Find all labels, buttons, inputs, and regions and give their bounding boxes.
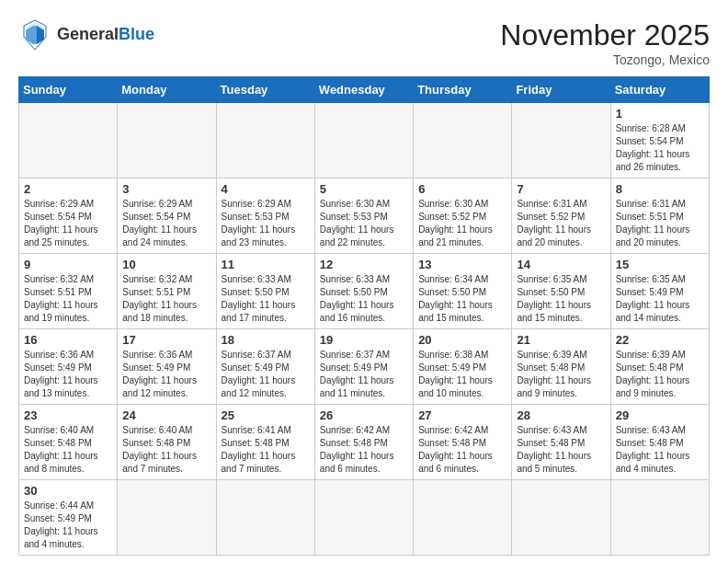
logo: GeneralBlue	[18, 18, 154, 52]
day-number: 1	[616, 107, 704, 121]
weekday-header-thursday: Thursday	[414, 77, 512, 103]
day-content: Sunrise: 6:32 AM Sunset: 5:51 PM Dayligh…	[122, 273, 210, 325]
day-content: Sunrise: 6:35 AM Sunset: 5:49 PM Dayligh…	[616, 273, 704, 325]
calendar-cell: 2Sunrise: 6:29 AM Sunset: 5:54 PM Daylig…	[19, 178, 118, 254]
calendar-cell	[19, 103, 118, 178]
week-row-2: 2Sunrise: 6:29 AM Sunset: 5:54 PM Daylig…	[19, 178, 710, 254]
calendar-cell: 7Sunrise: 6:31 AM Sunset: 5:52 PM Daylig…	[512, 178, 610, 254]
day-number: 2	[24, 182, 112, 196]
day-number: 5	[320, 182, 408, 196]
day-content: Sunrise: 6:44 AM Sunset: 5:49 PM Dayligh…	[24, 500, 112, 551]
calendar-cell: 14Sunrise: 6:35 AM Sunset: 5:50 PM Dayli…	[512, 254, 610, 329]
calendar-cell	[314, 103, 413, 178]
calendar-cell: 1Sunrise: 6:28 AM Sunset: 5:54 PM Daylig…	[610, 103, 709, 178]
calendar-cell: 15Sunrise: 6:35 AM Sunset: 5:49 PM Dayli…	[610, 254, 709, 329]
day-number: 11	[222, 258, 310, 271]
calendar-cell	[512, 103, 610, 178]
title-block: November 2025 Tozongo, Mexico	[500, 18, 710, 67]
day-number: 8	[616, 182, 704, 196]
day-number: 16	[24, 333, 112, 347]
weekday-header-wednesday: Wednesday	[314, 77, 413, 103]
day-content: Sunrise: 6:40 AM Sunset: 5:48 PM Dayligh…	[122, 424, 210, 476]
calendar-cell	[216, 480, 314, 556]
day-number: 3	[122, 182, 210, 196]
day-number: 23	[24, 408, 112, 422]
calendar-cell: 3Sunrise: 6:29 AM Sunset: 5:54 PM Daylig…	[118, 178, 216, 254]
day-content: Sunrise: 6:36 AM Sunset: 5:49 PM Dayligh…	[122, 349, 210, 400]
day-content: Sunrise: 6:28 AM Sunset: 5:54 PM Dayligh…	[616, 122, 704, 174]
day-content: Sunrise: 6:43 AM Sunset: 5:48 PM Dayligh…	[616, 424, 704, 476]
day-content: Sunrise: 6:40 AM Sunset: 5:48 PM Dayligh…	[24, 424, 112, 476]
logo-icon	[18, 18, 51, 52]
calendar-cell: 17Sunrise: 6:36 AM Sunset: 5:49 PM Dayli…	[118, 329, 216, 405]
location: Tozongo, Mexico	[500, 52, 710, 67]
day-number: 25	[222, 408, 310, 422]
week-row-3: 9Sunrise: 6:32 AM Sunset: 5:51 PM Daylig…	[19, 254, 710, 329]
calendar-cell: 26Sunrise: 6:42 AM Sunset: 5:48 PM Dayli…	[314, 405, 413, 480]
day-number: 14	[517, 258, 605, 271]
calendar-cell: 16Sunrise: 6:36 AM Sunset: 5:49 PM Dayli…	[19, 329, 118, 405]
day-content: Sunrise: 6:37 AM Sunset: 5:49 PM Dayligh…	[320, 349, 408, 400]
calendar-cell: 21Sunrise: 6:39 AM Sunset: 5:48 PM Dayli…	[512, 329, 610, 405]
day-content: Sunrise: 6:31 AM Sunset: 5:52 PM Dayligh…	[517, 198, 605, 249]
calendar-cell	[216, 103, 314, 178]
calendar-cell: 12Sunrise: 6:33 AM Sunset: 5:50 PM Dayli…	[314, 254, 413, 329]
day-content: Sunrise: 6:33 AM Sunset: 5:50 PM Dayligh…	[222, 273, 310, 325]
day-number: 28	[517, 408, 605, 422]
calendar-cell: 28Sunrise: 6:43 AM Sunset: 5:48 PM Dayli…	[512, 405, 610, 480]
day-number: 17	[122, 333, 210, 347]
calendar-cell	[414, 480, 512, 556]
calendar-cell: 23Sunrise: 6:40 AM Sunset: 5:48 PM Dayli…	[19, 405, 118, 480]
day-number: 15	[616, 258, 704, 271]
calendar-cell: 18Sunrise: 6:37 AM Sunset: 5:49 PM Dayli…	[216, 329, 314, 405]
day-content: Sunrise: 6:38 AM Sunset: 5:49 PM Dayligh…	[418, 349, 506, 400]
calendar-cell: 29Sunrise: 6:43 AM Sunset: 5:48 PM Dayli…	[610, 405, 709, 480]
page-header: GeneralBlue November 2025 Tozongo, Mexic…	[18, 18, 710, 67]
day-number: 6	[418, 182, 506, 196]
day-number: 22	[616, 333, 704, 347]
day-content: Sunrise: 6:42 AM Sunset: 5:48 PM Dayligh…	[418, 424, 506, 476]
week-row-1: 1Sunrise: 6:28 AM Sunset: 5:54 PM Daylig…	[19, 103, 710, 178]
day-content: Sunrise: 6:32 AM Sunset: 5:51 PM Dayligh…	[24, 273, 112, 325]
calendar-cell	[118, 103, 216, 178]
month-title: November 2025	[500, 18, 710, 52]
day-number: 19	[320, 333, 408, 347]
day-content: Sunrise: 6:30 AM Sunset: 5:52 PM Dayligh…	[418, 198, 506, 249]
day-content: Sunrise: 6:41 AM Sunset: 5:48 PM Dayligh…	[222, 424, 310, 476]
day-number: 18	[222, 333, 310, 347]
weekday-header-saturday: Saturday	[610, 77, 709, 103]
calendar-cell: 27Sunrise: 6:42 AM Sunset: 5:48 PM Dayli…	[414, 405, 512, 480]
weekday-header-monday: Monday	[118, 77, 216, 103]
day-number: 29	[616, 408, 704, 422]
calendar-cell	[512, 480, 610, 556]
calendar-cell: 22Sunrise: 6:39 AM Sunset: 5:48 PM Dayli…	[610, 329, 709, 405]
day-number: 30	[24, 484, 112, 498]
calendar-cell	[414, 103, 512, 178]
calendar-cell: 8Sunrise: 6:31 AM Sunset: 5:51 PM Daylig…	[610, 178, 709, 254]
calendar-cell: 19Sunrise: 6:37 AM Sunset: 5:49 PM Dayli…	[314, 329, 413, 405]
day-content: Sunrise: 6:39 AM Sunset: 5:48 PM Dayligh…	[616, 349, 704, 400]
day-content: Sunrise: 6:43 AM Sunset: 5:48 PM Dayligh…	[517, 424, 605, 476]
day-content: Sunrise: 6:36 AM Sunset: 5:49 PM Dayligh…	[24, 349, 112, 400]
weekday-header-friday: Friday	[512, 77, 610, 103]
day-content: Sunrise: 6:37 AM Sunset: 5:49 PM Dayligh…	[222, 349, 310, 400]
day-number: 27	[418, 408, 506, 422]
week-row-4: 16Sunrise: 6:36 AM Sunset: 5:49 PM Dayli…	[19, 329, 710, 405]
week-row-6: 30Sunrise: 6:44 AM Sunset: 5:49 PM Dayli…	[19, 480, 710, 556]
calendar-cell: 4Sunrise: 6:29 AM Sunset: 5:53 PM Daylig…	[216, 178, 314, 254]
weekday-header-row: SundayMondayTuesdayWednesdayThursdayFrid…	[19, 77, 710, 103]
calendar-cell	[314, 480, 413, 556]
day-number: 13	[418, 258, 506, 271]
day-number: 10	[122, 258, 210, 271]
day-content: Sunrise: 6:42 AM Sunset: 5:48 PM Dayligh…	[320, 424, 408, 476]
calendar-cell	[610, 480, 709, 556]
day-number: 12	[320, 258, 408, 271]
calendar-cell: 24Sunrise: 6:40 AM Sunset: 5:48 PM Dayli…	[118, 405, 216, 480]
day-content: Sunrise: 6:35 AM Sunset: 5:50 PM Dayligh…	[517, 273, 605, 325]
calendar-cell: 6Sunrise: 6:30 AM Sunset: 5:52 PM Daylig…	[414, 178, 512, 254]
day-number: 4	[222, 182, 310, 196]
day-content: Sunrise: 6:29 AM Sunset: 5:54 PM Dayligh…	[24, 198, 112, 249]
logo-general: General	[57, 25, 119, 43]
day-content: Sunrise: 6:30 AM Sunset: 5:53 PM Dayligh…	[320, 198, 408, 249]
calendar-cell: 13Sunrise: 6:34 AM Sunset: 5:50 PM Dayli…	[414, 254, 512, 329]
